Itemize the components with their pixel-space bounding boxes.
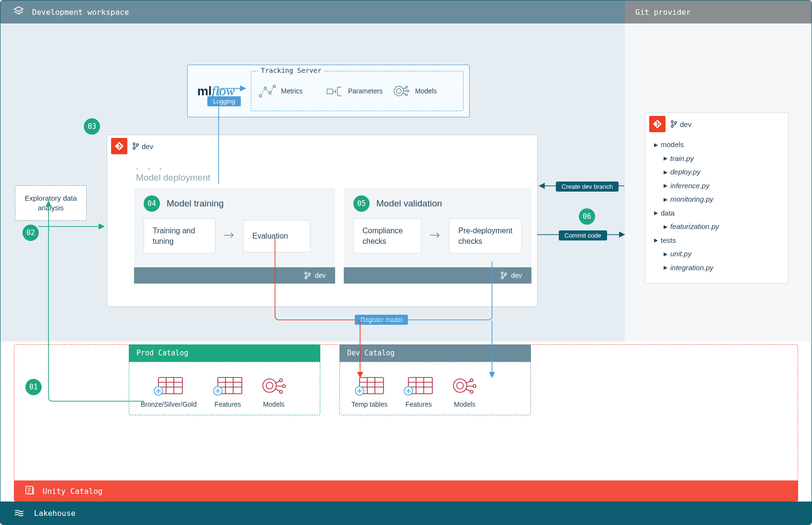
ellipsis: . . . <box>107 157 537 172</box>
lakehouse-bar: Lakehouse <box>0 502 812 525</box>
svg-point-37 <box>505 273 507 275</box>
svg-point-34 <box>308 273 310 275</box>
repo-tree: ▶models▶train.py▶deploy.py▶inference.py▶… <box>645 135 788 277</box>
svg-point-6 <box>263 379 276 392</box>
svg-point-35 <box>501 272 503 274</box>
dev-features: Features <box>404 375 433 408</box>
tree-item: ▶deploy.py <box>654 165 779 179</box>
tree-item: ▶unit.py <box>654 247 779 261</box>
svg-point-9 <box>280 390 282 393</box>
tree-item: ▶tests <box>654 234 779 248</box>
tracking-server-label: Tracking Server <box>258 67 324 74</box>
main-repo-card: dev . . . Model deployment 04 Model trai… <box>107 135 538 307</box>
svg-point-15 <box>453 379 467 392</box>
step-03: 03 <box>84 118 100 135</box>
lakehouse-icon <box>14 506 26 520</box>
svg-point-29 <box>133 143 135 145</box>
svg-rect-23 <box>327 89 333 94</box>
git-icon <box>111 138 127 154</box>
svg-point-19 <box>259 95 262 97</box>
tree-item: ▶models <box>654 138 779 152</box>
svg-point-27 <box>407 90 409 92</box>
catalog-icon <box>24 484 36 498</box>
model-deployment-label: Model deployment <box>107 172 537 187</box>
tree-item: ▶monitoring.py <box>654 193 779 206</box>
dev-temp-tables: Temp tables <box>351 375 387 408</box>
workspace-title: Development workspace <box>32 8 129 17</box>
box-predeploy: Pre-deployment checks <box>449 218 522 253</box>
layers-icon <box>13 5 24 19</box>
prod-catalog-header: Prod Catalog <box>129 344 320 362</box>
tree-item: ▶data <box>654 206 779 220</box>
pill-commit-code: Commit code <box>559 230 607 240</box>
arrow-icon <box>224 232 235 240</box>
git-provider-body: dev ▶models▶train.py▶deploy.py▶inference… <box>625 23 812 342</box>
svg-point-33 <box>305 277 307 279</box>
repo-branch-label: dev <box>670 120 691 128</box>
step-06: 06 <box>579 208 595 225</box>
svg-point-14 <box>457 382 463 389</box>
box-training-tuning: Training and tuning <box>144 218 215 253</box>
svg-point-5 <box>266 382 273 389</box>
prod-features: Features <box>213 375 243 408</box>
svg-point-32 <box>305 272 307 274</box>
tracking-server: Tracking Server Metrics Parameters Model… <box>251 71 463 111</box>
tree-item: ▶train.py <box>654 152 779 166</box>
svg-point-16 <box>470 379 473 382</box>
lakehouse-content: Prod Catalog Bronze/Silver/Gold Features… <box>14 344 798 480</box>
git-icon <box>649 116 665 132</box>
workspace-header: Development workspace <box>0 0 625 23</box>
svg-point-8 <box>282 385 285 388</box>
step-05: 05 <box>353 195 370 212</box>
unity-catalog-band: Unity Catalog <box>14 480 798 502</box>
main-branch-label: dev <box>132 142 153 150</box>
git-provider-header: Git provider <box>625 0 812 23</box>
svg-point-39 <box>671 126 673 127</box>
step-01: 01 <box>25 379 42 395</box>
svg-point-36 <box>501 277 503 279</box>
tree-item: ▶integration.py <box>654 261 779 275</box>
git-provider-title: Git provider <box>635 8 691 17</box>
box-compliance: Compliance checks <box>353 218 421 253</box>
tracking-metrics: Metrics <box>258 82 322 100</box>
dev-catalog: Dev Catalog Temp tables Features Models <box>339 344 531 415</box>
eda-box: Exploratory data analysis <box>15 185 87 221</box>
svg-point-7 <box>280 379 282 382</box>
prod-tables: Bronze/Silver/Gold <box>141 375 197 408</box>
box-evaluation: Evaluation <box>243 220 310 252</box>
tree-item: ▶inference.py <box>654 179 779 193</box>
unity-catalog-label: Unity Catalog <box>43 487 102 496</box>
arrow-icon <box>430 232 440 240</box>
tracking-models: Models <box>392 82 456 100</box>
lakehouse-label: Lakehouse <box>34 509 76 518</box>
svg-point-30 <box>133 148 135 149</box>
svg-point-18 <box>470 390 473 393</box>
mlflow-box: mlflow Tracking Server Metrics Parameter… <box>187 65 470 117</box>
svg-point-40 <box>675 122 677 124</box>
step-04: 04 <box>144 195 160 212</box>
prod-catalog: Prod Catalog Bronze/Silver/Gold Features… <box>129 344 320 415</box>
tree-item: ▶featurization.py <box>654 220 779 234</box>
svg-point-21 <box>269 92 271 94</box>
dev-models: Models <box>450 375 479 408</box>
svg-point-38 <box>671 121 673 123</box>
svg-point-25 <box>394 86 404 96</box>
svg-point-17 <box>473 385 476 388</box>
svg-point-24 <box>396 89 401 93</box>
step-02: 02 <box>23 225 39 241</box>
pill-register-model: Register model <box>355 315 408 325</box>
stage-model-training: 04 Model training Training and tuning Ev… <box>134 188 335 284</box>
svg-point-31 <box>136 144 138 146</box>
git-repo-card: dev ▶models▶train.py▶deploy.py▶inference… <box>645 113 789 284</box>
pill-create-branch: Create dev branch <box>556 182 619 192</box>
dev-catalog-header: Dev Catalog <box>339 344 531 362</box>
logging-pill: Logging <box>207 96 241 106</box>
tracking-parameters: Parameters <box>325 82 389 100</box>
workspace-body: mlflow Tracking Server Metrics Parameter… <box>0 23 625 342</box>
prod-models: Models <box>259 375 289 408</box>
stage-model-validation: 05 Model validation Compliance checks Pr… <box>344 188 531 284</box>
